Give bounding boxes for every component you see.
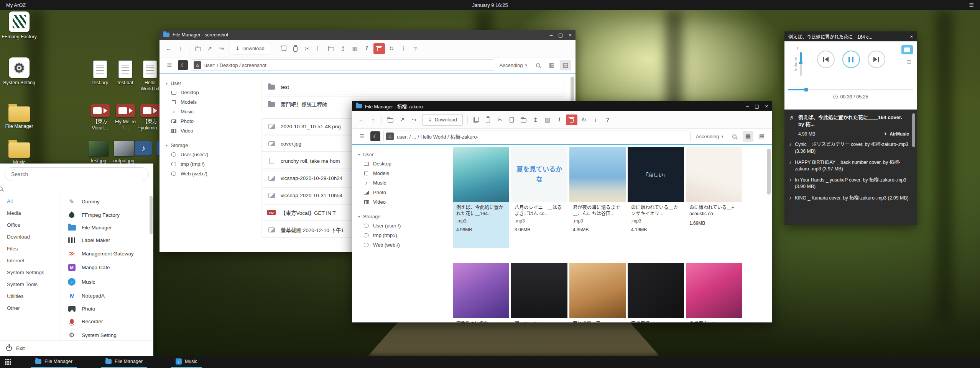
file-tile[interactable]: 「寂しい」 命に嫌われている＿カンザキイオリ... .mp3 4.19MB [628,147,684,248]
desktop-icon-audio-1[interactable]: ♪ [132,141,155,155]
sidebar-section-user[interactable]: ▾User [159,79,253,88]
category-files[interactable]: Files [0,243,61,255]
previous-button[interactable] [817,51,835,68]
category-media[interactable]: Media [0,207,61,219]
window-titlebar[interactable]: 例えば、今此処に置かれた花に＿164 c... – × [784,31,917,41]
close-button[interactable]: × [910,34,913,39]
next-button[interactable] [868,51,885,68]
now-playing[interactable]: ♬ 例えば、今此処に置かれた花に＿＿164 cover. by 柘... 4.9… [789,114,909,137]
maximize-button[interactable]: ▢ [558,32,563,38]
grid-view-button[interactable]: ▦ [546,60,557,70]
app-item-file-manager[interactable]: File Manager [61,221,153,234]
sort-dropdown[interactable]: Ascending▾ [497,62,529,68]
file-tile[interactable]: 唄＿HamP cover... [511,263,567,322]
info-button[interactable]: i [398,43,409,54]
download-button[interactable]: ↧Download [422,114,463,126]
topbar-menu-icon[interactable]: ☰ [969,2,974,8]
brand-menu[interactable]: My ArOZ [6,2,26,8]
breadcrumb[interactable]: ⌂ user: / ... / Hello World / 柘榴-zakuro- [383,131,691,142]
sidebar-item-music[interactable]: ♪Music [159,107,253,116]
file-row[interactable]: test [261,79,564,95]
sidebar-item-tmp-drive[interactable]: tmp (tmp:/) [159,159,253,169]
refresh-button[interactable]: ↻ [579,114,589,125]
desktop-icon-test-jpg[interactable]: test.jpg [85,141,112,164]
sidebar-item-video[interactable]: Video [352,197,446,207]
sort-dropdown[interactable]: Ascending▾ [694,134,726,139]
pause-button[interactable] [842,51,860,68]
cut-button[interactable]: ✂ [495,114,505,125]
upload-button[interactable]: ↥ [338,43,349,54]
back-button[interactable]: ← [163,43,174,54]
app-launcher-button[interactable] [0,356,16,368]
rename-button[interactable]: I [362,43,372,54]
delete-button[interactable] [373,43,385,54]
category-download[interactable]: Download [0,231,61,243]
new-file-button[interactable] [506,114,517,125]
minimize-button[interactable]: – [746,103,749,109]
sidebar-item-web-drive[interactable]: Web (web:/) [352,240,446,250]
seek-bar[interactable] [788,89,913,90]
desktop-icon-video-1[interactable]: 【東方Vocal… [87,104,113,131]
archive-button[interactable]: ▥ [350,43,360,54]
playlist-item[interactable]: ♪In Your Hands _ yusukeP cover. by 柘榴-za… [789,177,909,190]
sidebar-item-models[interactable]: Models [159,97,253,107]
file-tile[interactable]: 夏を見ているかな 八月のレイニー＿はるまきごはん co... .mp3 3.06… [511,147,567,248]
app-item-label-maker[interactable]: Label Maker [61,234,153,247]
sidebar-item-photo[interactable]: Photo [159,116,253,126]
app-item-photo[interactable]: Photo [61,303,153,315]
visualizer-toggle-button[interactable] [901,45,913,54]
sidebar-item-user-drive[interactable]: User (user:/) [159,150,253,159]
desktop-icon-file-manager[interactable]: File Manager [0,103,38,130]
breadcrumb[interactable]: ⌂ user: / Desktop / screenshot [191,59,494,71]
volume-slider[interactable] [800,52,802,76]
category-other[interactable]: Other [0,302,61,314]
minimize-button[interactable]: – [901,34,904,39]
up-button[interactable]: ↑ [368,114,378,125]
scrollbar[interactable] [767,149,771,195]
sidebar-section-storage[interactable]: ▾Storage [352,212,446,221]
search-button[interactable] [533,60,543,70]
list-menu-button[interactable]: ☰ [164,60,175,70]
list-view-button[interactable]: ▤ [560,60,571,70]
desktop-icon-system-setting[interactable]: ⚙ System Setting [0,57,38,86]
category-all[interactable]: All [0,195,61,207]
rename-button[interactable]: I [554,114,565,125]
search-button[interactable] [729,131,740,142]
open-new-tab-button[interactable]: ↗ [204,43,215,54]
new-folder-button[interactable] [326,43,337,54]
playlist-item[interactable]: ♪Cynic _ ポリスピカデリー cover. by 柘榴-zakuro-.m… [789,141,909,154]
app-item-management-gateway[interactable]: ≫Management Gateway [61,247,153,260]
file-tile[interactable]: 君が夜の海に還るまで＿こんにちは谷田... .mp3 4.35MB [569,147,626,248]
app-item-recorder[interactable]: Recorder [61,315,153,328]
help-button[interactable]: ? [410,43,421,54]
scrollbar[interactable] [150,196,153,234]
close-button[interactable]: × [765,103,768,109]
help-button[interactable]: ? [602,114,613,125]
category-office[interactable]: Office [0,219,61,231]
desktop-icon-video-2[interactable]: Fly Me To T… [112,104,139,131]
share-button[interactable]: ↪ [216,43,227,54]
close-button[interactable]: × [569,32,572,38]
theme-toggle-button[interactable]: ☾ [370,131,380,141]
desktop-icon-test-bat[interactable]: test.bat [112,61,139,86]
cut-button[interactable]: ✂ [302,43,313,54]
new-folder-button[interactable] [518,114,529,125]
upload-button[interactable]: ↥ [530,114,541,125]
share-button[interactable]: ↪ [409,114,419,125]
copy-button[interactable] [471,114,482,125]
airmusic-button[interactable]: ✈AirMusic [883,131,909,137]
download-button[interactable]: ↧Download [230,43,270,54]
maximize-button[interactable]: ▢ [755,103,759,109]
sidebar-item-desktop[interactable]: Desktop [159,88,253,97]
desktop-icon-test-agi[interactable]: test.agi [87,61,113,86]
minimize-button[interactable]: – [550,32,552,38]
sidebar-item-web-drive[interactable]: Web (web:/) [159,169,253,178]
open-button[interactable] [385,114,396,125]
app-item-notepada[interactable]: NNotepadA [61,289,153,303]
open-new-tab-button[interactable]: ↗ [397,114,408,125]
category-system-tools[interactable]: System Tools [0,278,61,290]
taskbar-item-music[interactable]: ♪ Music [171,356,202,368]
file-tile[interactable]: 憂世東京＿Avase... [686,263,742,322]
back-button[interactable]: ← [356,114,367,125]
taskbar-item-file-manager-2[interactable]: File Manager [101,356,147,368]
